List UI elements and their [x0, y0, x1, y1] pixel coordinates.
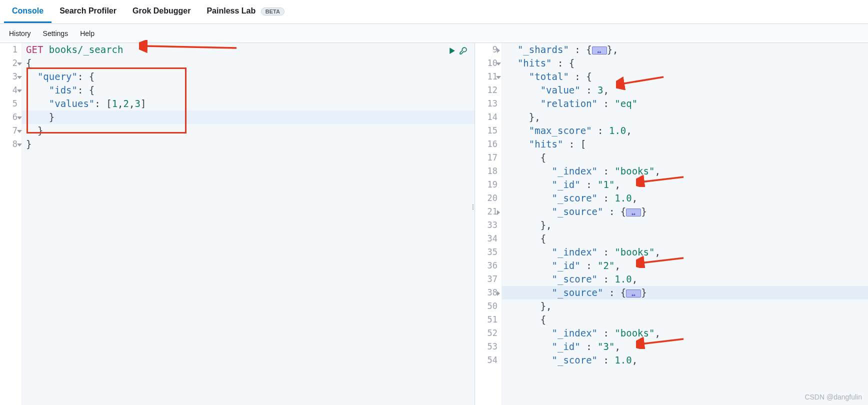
tab-painless-lab[interactable]: Painless Lab BETA — [198, 0, 292, 23]
response-gutter: 9 10 11 12 13 14 15 16 17 18 19 20 21 33… — [475, 43, 502, 405]
watermark: CSDN @dangfulin — [804, 393, 862, 401]
fold-pill-icon[interactable] — [592, 46, 607, 54]
request-editor[interactable]: 1 2 3 4 5 6 7 8 GET books/_search { "que… — [0, 43, 475, 405]
tab-painless-lab-label: Painless Lab — [206, 6, 256, 15]
fold-pill-icon[interactable] — [626, 290, 641, 298]
fold-caret-icon[interactable] — [495, 205, 502, 218]
fold-caret-icon[interactable] — [495, 70, 502, 84]
fold-caret-icon[interactable] — [495, 56, 502, 70]
request-code[interactable]: GET books/_search { "query": { "ids": { … — [22, 43, 474, 405]
response-viewer[interactable]: 9 10 11 12 13 14 15 16 17 18 19 20 21 33… — [475, 43, 868, 405]
console-subbar: History Settings Help — [0, 24, 868, 43]
tab-search-profiler[interactable]: Search Profiler — [52, 0, 124, 23]
fold-caret-icon[interactable] — [495, 286, 502, 300]
tab-console[interactable]: Console — [4, 0, 52, 23]
fold-pill-icon[interactable] — [626, 208, 641, 216]
fold-caret-icon[interactable] — [495, 43, 502, 56]
beta-badge: BETA — [261, 8, 284, 16]
play-icon[interactable] — [448, 45, 456, 58]
help-link[interactable]: Help — [74, 26, 100, 40]
response-code: "_shards" : {}, "hits" : { "total" : { "… — [502, 43, 868, 405]
wrench-icon[interactable] — [459, 45, 468, 58]
history-link[interactable]: History — [3, 26, 37, 40]
request-gutter: 1 2 3 4 5 6 7 8 — [0, 43, 22, 405]
dev-tools-tabs: Console Search Profiler Grok Debugger Pa… — [0, 0, 868, 24]
editor-split: 1 2 3 4 5 6 7 8 GET books/_search { "que… — [0, 43, 868, 405]
settings-link[interactable]: Settings — [37, 26, 74, 40]
tab-grok-debugger[interactable]: Grok Debugger — [124, 0, 198, 23]
